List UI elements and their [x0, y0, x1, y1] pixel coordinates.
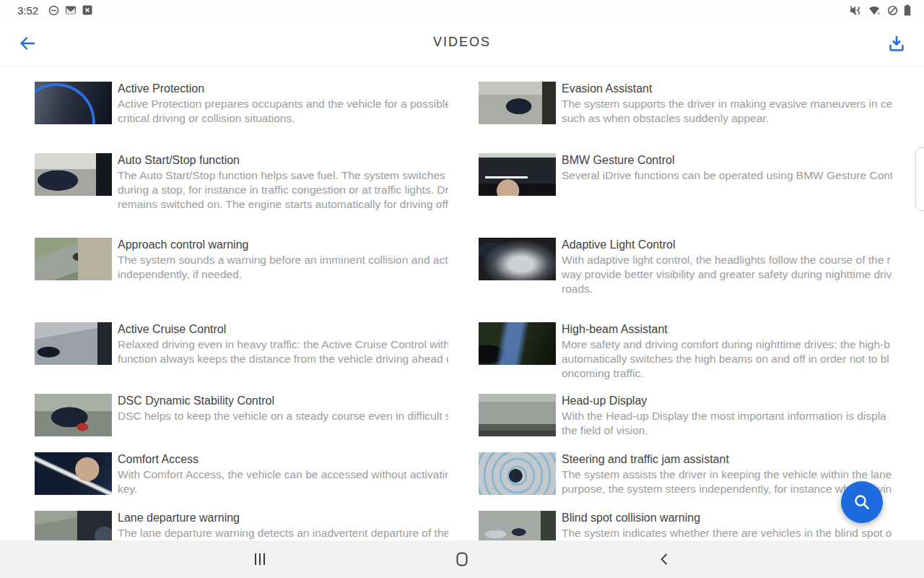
- search-icon: [853, 493, 871, 512]
- video-title: Active Protection: [118, 82, 448, 96]
- search-fab[interactable]: [841, 481, 883, 523]
- video-description-line: remains switched on. The engine starts a…: [118, 197, 448, 212]
- video-description-line: independently, if needed.: [118, 267, 448, 282]
- no-signal-icon: [887, 5, 898, 16]
- video-description-line: automatically switches the high beams on…: [562, 352, 892, 366]
- video-list: Active Protection Active Protection prep…: [0, 66, 924, 540]
- video-title: Blind spot collision warning: [562, 511, 892, 525]
- recents-button[interactable]: [231, 540, 289, 578]
- video-title: Approach control warning: [118, 238, 448, 252]
- video-meta: Auto Start/Stop function The Auto Start/…: [118, 153, 448, 212]
- clock: 3:52: [17, 4, 38, 17]
- back-icon: [658, 552, 670, 566]
- video-title: Steering and traffic jam assistant: [562, 452, 892, 467]
- video-meta: Head-up Display With the Head-up Display…: [562, 394, 892, 438]
- status-bar: 3:52: [0, 0, 924, 20]
- video-title: Adaptive Light Control: [562, 238, 892, 252]
- video-thumbnail[interactable]: [35, 322, 112, 365]
- video-list-item[interactable]: Head-up Display With the Head-up Display…: [479, 394, 892, 438]
- scrollbar-thumb[interactable]: [915, 147, 924, 211]
- video-description-line: key.: [118, 482, 448, 496]
- video-description: The Auto Start/Stop function helps save …: [118, 168, 448, 212]
- video-title: DSC Dynamic Stability Control: [118, 394, 448, 408]
- video-description-line: More safety and driving comfort during n…: [562, 337, 892, 352]
- volume-muted-vibrate-icon: [850, 5, 863, 16]
- video-meta: BMW Gesture Control Several iDrive funct…: [562, 153, 892, 196]
- video-thumbnail[interactable]: [35, 153, 112, 196]
- video-description: More safety and driving comfort during n…: [562, 337, 892, 381]
- video-description: DSC helps to keep the vehicle on a stead…: [118, 409, 448, 423]
- video-description-line: function always keeps the distance from …: [118, 352, 448, 366]
- video-list-item[interactable]: Active Protection Active Protection prep…: [35, 82, 448, 126]
- video-thumbnail[interactable]: [479, 452, 556, 495]
- video-description-line: roads.: [562, 282, 892, 296]
- email-icon: [65, 5, 77, 15]
- video-list-item[interactable]: Evasion Assistant The system supports th…: [479, 82, 892, 126]
- video-list-item[interactable]: Lane departure warning The lane departur…: [35, 511, 448, 540]
- video-thumbnail[interactable]: [479, 238, 556, 280]
- video-description-line: With Comfort Access, the vehicle can be …: [118, 467, 448, 482]
- video-list-item[interactable]: Comfort Access With Comfort Access, the …: [35, 452, 448, 496]
- video-thumbnail[interactable]: [479, 153, 556, 196]
- video-list-item[interactable]: Adaptive Light Control With adaptive lig…: [479, 238, 892, 296]
- video-description-line: DSC helps to keep the vehicle on a stead…: [118, 409, 448, 423]
- video-description: Active Protection prepares occupants and…: [118, 97, 448, 126]
- video-description: The system supports the driver in making…: [562, 97, 892, 126]
- video-list-item[interactable]: DSC Dynamic Stability Control DSC helps …: [35, 394, 448, 436]
- video-meta: Blind spot collision warning The system …: [562, 511, 892, 540]
- video-thumbnail[interactable]: [479, 322, 556, 365]
- recents-icon: [253, 552, 267, 566]
- video-description-line: The system assists the driver in keeping…: [562, 467, 892, 482]
- video-description-line: Active Protection prepares occupants and…: [118, 97, 448, 111]
- video-list-item[interactable]: Approach control warning The system soun…: [35, 238, 448, 282]
- video-description-line: The system indicates whether there are v…: [562, 526, 892, 540]
- page-title: VIDEOS: [0, 35, 924, 50]
- video-description: With the Head-up Display the most import…: [562, 409, 892, 438]
- video-list-item[interactable]: High-beam Assistant More safety and driv…: [479, 322, 892, 381]
- back-button[interactable]: [635, 540, 693, 578]
- video-meta: Comfort Access With Comfort Access, the …: [118, 452, 448, 496]
- video-meta: Adaptive Light Control With adaptive lig…: [562, 238, 892, 296]
- video-description-line: The system sounds a warning before an im…: [118, 253, 448, 267]
- video-description: With adaptive light control, the headlig…: [562, 253, 892, 296]
- video-thumbnail[interactable]: [35, 394, 112, 436]
- video-list-item[interactable]: Blind spot collision warning The system …: [479, 511, 892, 540]
- video-list-item[interactable]: Auto Start/Stop function The Auto Start/…: [35, 153, 448, 212]
- battery-icon: [904, 4, 911, 16]
- video-description-line: The Auto Start/Stop function helps save …: [118, 168, 448, 183]
- video-meta: Lane departure warning The lane departur…: [118, 511, 448, 540]
- video-list-item[interactable]: Steering and traffic jam assistant The s…: [479, 452, 892, 496]
- video-thumbnail[interactable]: [35, 511, 112, 540]
- video-description-line: The lane departure warning detects an in…: [118, 526, 448, 540]
- video-title: High-beam Assistant: [562, 322, 892, 337]
- video-thumbnail[interactable]: [35, 452, 112, 495]
- video-description-line: With the Head-up Display the most import…: [562, 409, 892, 423]
- video-list-item[interactable]: BMW Gesture Control Several iDrive funct…: [479, 153, 892, 196]
- video-description: With Comfort Access, the vehicle can be …: [118, 467, 448, 496]
- video-description-line: With adaptive light control, the headlig…: [562, 253, 892, 267]
- video-description: The system indicates whether there are v…: [562, 526, 892, 540]
- file-x-icon: [82, 5, 92, 15]
- video-title: Comfort Access: [118, 452, 448, 467]
- video-title: Evasion Assistant: [562, 82, 892, 96]
- video-thumbnail[interactable]: [479, 511, 556, 540]
- video-description-line: Relaxed driving even in heavy traffic: t…: [118, 337, 448, 352]
- video-description-line: critical driving or collision situations…: [118, 111, 448, 126]
- video-thumbnail[interactable]: [35, 238, 112, 280]
- video-description-line: Several iDrive functions can be operated…: [562, 168, 892, 183]
- video-thumbnail[interactable]: [479, 82, 556, 124]
- video-description-line: oncoming traffic.: [562, 366, 892, 381]
- download-icon[interactable]: [886, 33, 907, 53]
- video-list-item[interactable]: Active Cruise Control Relaxed driving ev…: [35, 322, 448, 366]
- navigation-bar: [0, 540, 924, 578]
- video-description: Relaxed driving even in heavy traffic: t…: [118, 337, 448, 366]
- home-button[interactable]: [433, 540, 491, 578]
- video-description: The lane departure warning detects an in…: [118, 526, 448, 540]
- do-not-disturb-icon: [48, 5, 59, 16]
- video-meta: Active Protection Active Protection prep…: [118, 82, 448, 126]
- video-thumbnail[interactable]: [35, 82, 112, 124]
- video-meta: Steering and traffic jam assistant The s…: [562, 452, 892, 496]
- video-meta: Evasion Assistant The system supports th…: [562, 82, 892, 126]
- video-thumbnail[interactable]: [479, 394, 556, 436]
- video-description-line: the field of vision.: [562, 423, 892, 438]
